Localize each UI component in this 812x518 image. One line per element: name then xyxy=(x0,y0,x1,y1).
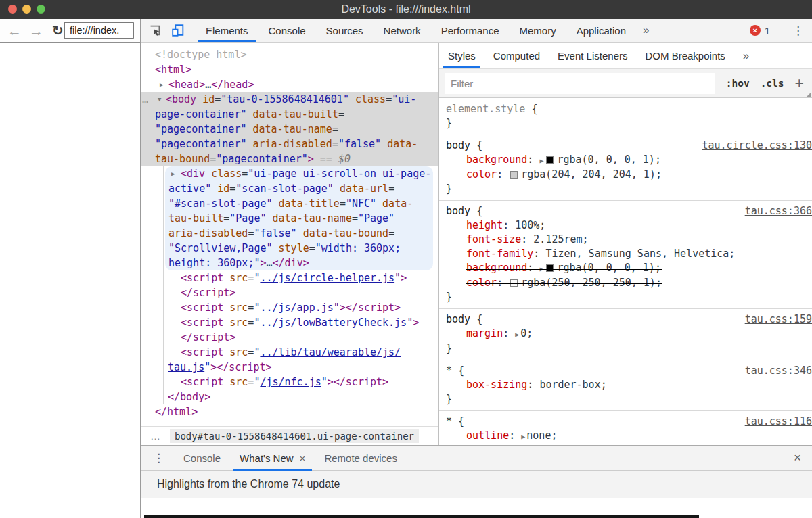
highlighted-dom-node: ▶<div class="ui-page ui-scroll-on ui-pag… xyxy=(165,166,433,270)
dom-tree-line[interactable]: </body> xyxy=(141,390,438,404)
elements-dom-panel: <!doctype html><html>▶<head>…</head>…▼<b… xyxy=(141,43,438,445)
forward-icon[interactable]: → xyxy=(29,24,43,38)
stylesheet-source-link[interactable]: tau.css:159 xyxy=(745,312,812,327)
dom-tree-line[interactable]: ▶<div class="ui-page ui-scroll-on ui-pag… xyxy=(165,166,433,181)
dom-tree-line[interactable]: aria-disabled="false" data-tau-bound= xyxy=(165,226,433,241)
dom-tree-line[interactable]: "Scrollview,Page" style="width: 360px; xyxy=(165,241,433,256)
dom-tree-line[interactable]: </html> xyxy=(141,404,438,419)
dom-tree-line[interactable]: <html> xyxy=(141,62,438,77)
tab-network[interactable]: Network xyxy=(374,19,431,42)
inspect-element-icon[interactable] xyxy=(146,22,164,39)
sidebar-tab-dom-breakpoints[interactable]: DOM Breakpoints xyxy=(636,43,734,68)
style-property[interactable]: background: ▶rgba(0, 0, 0, 1); xyxy=(439,261,812,276)
close-window-button[interactable] xyxy=(8,5,17,14)
dom-tree-line[interactable]: <script src="/js/nfc.js"></script> xyxy=(141,375,438,390)
sidebar-tab-styles[interactable]: Styles xyxy=(439,43,484,68)
dom-tree-line[interactable]: <script src="../js/circle-helper.js"> xyxy=(141,270,438,285)
color-swatch[interactable] xyxy=(510,171,518,179)
dom-tree-line[interactable]: "pagecontainer" aria-disabled="false" da… xyxy=(141,137,438,151)
expand-value-icon[interactable]: ▶ xyxy=(515,331,519,338)
dom-tree-line[interactable]: <script src="../lib/tau/wearable/js/ xyxy=(141,345,438,360)
drawer-tab-console[interactable]: Console xyxy=(174,446,230,471)
drawer-menu-icon[interactable]: ⋮ xyxy=(153,451,164,465)
expand-value-icon[interactable]: ▶ xyxy=(539,265,543,273)
collapsed-arrow-icon[interactable]: ▶ xyxy=(160,77,163,92)
dom-tree-line[interactable]: tau-built="Page" data-tau-name="Page" xyxy=(165,211,433,226)
stylesheet-source-link[interactable]: tau.css:366 xyxy=(745,204,812,218)
dom-tree-line[interactable]: <script src="../js/lowBatteryCheck.js"> xyxy=(141,315,438,330)
color-swatch[interactable] xyxy=(546,264,554,272)
style-property[interactable]: font-size: 2.125rem; xyxy=(439,233,812,247)
sidebar-tab-computed[interactable]: Computed xyxy=(484,43,549,68)
toggle-hover-state-button[interactable]: :hov xyxy=(726,78,750,89)
devtools-menu-icon[interactable]: ⋮ xyxy=(784,24,812,38)
color-swatch[interactable] xyxy=(510,279,518,287)
stylesheet-source-link[interactable]: tau.circle.css:130 xyxy=(702,139,812,153)
drawer-close-icon[interactable]: × xyxy=(794,450,801,465)
style-property[interactable]: height: 100%; xyxy=(439,218,812,233)
script-src-link[interactable]: ../lib/tau/wearable/js/ xyxy=(260,346,401,358)
error-badge[interactable]: × 1 xyxy=(750,25,770,37)
sidebar-tab-event-listeners[interactable]: Event Listeners xyxy=(549,43,636,68)
dom-tree-line[interactable]: <!doctype html> xyxy=(141,47,438,62)
dom-tree-line[interactable]: "pagecontainer" data-tau-name= xyxy=(141,122,438,137)
reload-icon[interactable]: ↻ xyxy=(52,24,64,37)
devtools-window: DevTools - file:///index.html ← → ↻ file… xyxy=(0,0,812,518)
node-options-icon[interactable]: … xyxy=(142,92,149,107)
dom-tree-line[interactable]: …▼<body id="tau-0-1558648414601" class="… xyxy=(141,92,438,107)
toggle-element-classes-button[interactable]: .cls xyxy=(761,78,784,89)
drawer-tab-remote-devices[interactable]: Remote devices xyxy=(315,446,407,471)
expanded-arrow-icon[interactable]: ▼ xyxy=(158,92,161,107)
resizer-icon[interactable] xyxy=(807,92,811,97)
script-src-link[interactable]: tau.js xyxy=(168,361,204,373)
style-property[interactable]: box-sizing: border-box; xyxy=(439,378,812,392)
tab-elements[interactable]: Elements xyxy=(196,19,258,42)
breadcrumb-crumb[interactable]: body#tau-0-1558648414601.ui-page-contain… xyxy=(170,429,419,443)
tab-memory[interactable]: Memory xyxy=(510,19,566,42)
expand-value-icon[interactable]: ▶ xyxy=(521,433,525,440)
expand-value-icon[interactable]: ▶ xyxy=(539,157,543,164)
more-tabs-icon[interactable]: » xyxy=(636,19,656,42)
address-bar[interactable]: file:///index. xyxy=(64,22,134,39)
more-sidebar-tabs-icon[interactable]: » xyxy=(734,43,758,68)
stylesheet-source-link[interactable]: tau.css:116 xyxy=(745,415,812,429)
tab-application[interactable]: Application xyxy=(566,19,636,42)
style-property[interactable]: color: rgba(250, 250, 250, 1); xyxy=(439,276,812,290)
zoom-window-button[interactable] xyxy=(37,5,45,14)
style-property[interactable]: margin: ▶0; xyxy=(439,327,812,342)
style-property[interactable]: outline: ▶none; xyxy=(439,429,812,444)
close-tab-icon[interactable]: × xyxy=(300,452,306,464)
dom-tree-line[interactable]: tau-bound="pagecontainer"> == $0 xyxy=(141,151,438,166)
dom-tree-line[interactable]: tau.js"></script> xyxy=(141,360,438,375)
dom-tree-line[interactable]: <script src="../js/app.js"></script> xyxy=(141,300,438,315)
dom-tree-line[interactable]: </script> xyxy=(141,285,438,300)
script-src-link[interactable]: /js/nfc.js xyxy=(260,376,321,388)
tab-sources[interactable]: Sources xyxy=(316,19,374,42)
dom-tree-line[interactable]: "#scan-slot-page" data-title="NFC" data- xyxy=(165,196,433,211)
color-swatch[interactable] xyxy=(546,156,554,164)
device-toolbar-icon[interactable] xyxy=(169,22,187,39)
collapsed-arrow-icon[interactable]: ▶ xyxy=(171,166,175,181)
tab-console[interactable]: Console xyxy=(258,19,316,42)
rule-selector[interactable]: element.style { xyxy=(439,102,812,116)
dom-tree-line[interactable]: active" id="scan-slot-page" data-url= xyxy=(165,181,433,196)
style-property[interactable]: background: ▶rgba(0, 0, 0, 1); xyxy=(439,153,812,168)
dom-tree-line[interactable]: </script> xyxy=(141,330,438,345)
back-icon[interactable]: ← xyxy=(7,24,22,38)
script-src-link[interactable]: ../js/lowBatteryCheck.js xyxy=(260,316,407,329)
dom-tree-line[interactable]: ▶<head>…</head> xyxy=(141,77,438,92)
breadcrumb-overflow-icon[interactable]: … xyxy=(150,430,160,442)
dom-tree-line[interactable]: page-container" data-tau-built= xyxy=(141,107,438,122)
new-style-rule-button[interactable]: + xyxy=(795,76,804,91)
script-src-link[interactable]: ../js/circle-helper.js xyxy=(260,272,394,284)
tab-performance[interactable]: Performance xyxy=(431,19,510,42)
styles-filter-input[interactable] xyxy=(445,73,715,94)
style-property[interactable]: color: rgba(204, 204, 204, 1); xyxy=(439,168,812,182)
dom-tree-line[interactable]: height: 360px;">…</div> xyxy=(165,256,433,270)
script-src-link[interactable]: ../js/app.js xyxy=(260,302,333,314)
minimize-window-button[interactable] xyxy=(22,5,31,14)
stylesheet-source-link[interactable]: tau.css:346 xyxy=(745,364,812,378)
drawer-tab-what-s-new[interactable]: What's New× xyxy=(230,446,315,471)
devtools-split-divider[interactable] xyxy=(140,19,141,518)
style-property[interactable]: font-family: Tizen, Samsung Sans, Helvet… xyxy=(439,247,812,261)
